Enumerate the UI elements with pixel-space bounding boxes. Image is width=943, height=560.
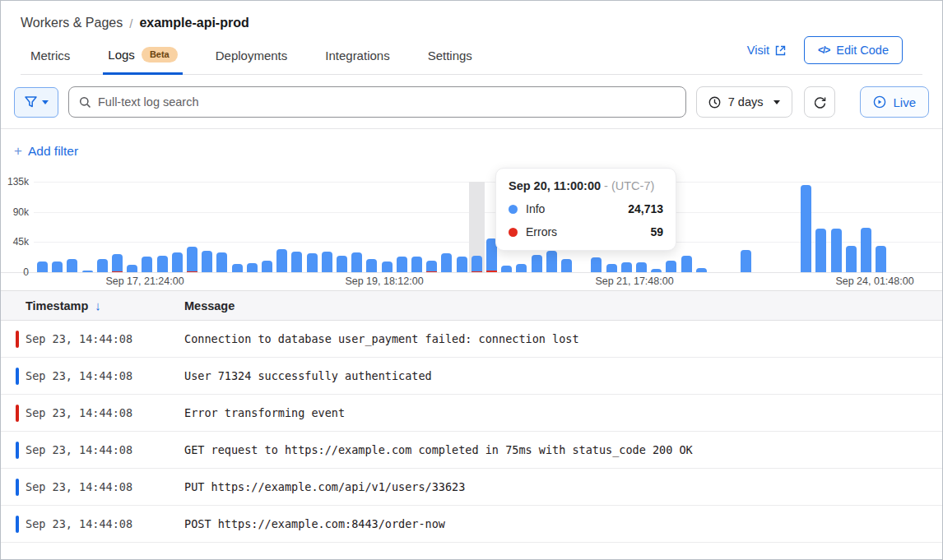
breadcrumb: Workers & Pages / example-api-prod <box>21 16 922 30</box>
tooltip-timezone: - (UTC-7) <box>604 179 654 192</box>
chart-bar[interactable] <box>172 252 183 272</box>
time-range-dropdown[interactable]: 7 days <box>696 86 793 118</box>
page-header: Workers & Pages / example-api-prod Metri… <box>1 1 942 75</box>
y-axis-tick: 135k <box>1 176 29 187</box>
chart-bar[interactable] <box>127 265 137 272</box>
tooltip-errors-value: 59 <box>650 225 663 238</box>
chart-bar[interactable] <box>621 262 632 272</box>
chart-bar[interactable] <box>546 251 557 272</box>
chart-bar[interactable] <box>232 264 243 272</box>
chart-bar[interactable] <box>532 255 542 272</box>
log-row[interactable]: Sep 23, 14:44:08 User 71324 successfully… <box>1 358 942 395</box>
severity-indicator-info <box>16 516 19 533</box>
chart-bar[interactable] <box>337 256 347 272</box>
log-table: Timestamp ↓ Message Sep 23, 14:44:08 Con… <box>1 290 942 543</box>
log-row[interactable]: Sep 23, 14:44:08 GET request to https://… <box>1 432 942 469</box>
breadcrumb-section[interactable]: Workers & Pages <box>21 16 123 30</box>
log-row[interactable]: Sep 23, 14:44:08 Error transforming even… <box>1 395 942 432</box>
chart-bar[interactable] <box>307 253 318 272</box>
clock-icon <box>708 96 721 109</box>
refresh-button[interactable] <box>804 86 835 118</box>
chart-bar[interactable] <box>262 261 272 273</box>
log-message: POST https://example.com:8443/order-now <box>184 517 445 530</box>
tab-logs[interactable]: Logs Beta <box>108 47 177 74</box>
visit-link[interactable]: Visit <box>747 44 786 57</box>
tooltip-row-errors: Errors 59 <box>509 225 663 238</box>
chart-bar[interactable] <box>876 246 886 272</box>
x-axis-tick: Sep 19, 18:12:00 <box>345 275 423 287</box>
severity-indicator-info <box>16 479 19 496</box>
chart-bar[interactable] <box>801 185 811 272</box>
chart-bar[interactable] <box>741 250 751 272</box>
time-range-label: 7 days <box>728 95 764 109</box>
chart-bar[interactable] <box>142 257 152 272</box>
chart-bar[interactable] <box>291 252 302 272</box>
chart-bar[interactable] <box>52 261 63 272</box>
tab-settings[interactable]: Settings <box>428 49 472 74</box>
tooltip-info-value: 24,713 <box>628 202 663 215</box>
live-button[interactable]: Live <box>860 86 929 118</box>
chart-bar[interactable] <box>516 264 527 273</box>
filter-dropdown-button[interactable] <box>14 87 58 118</box>
timestamp-column-header[interactable]: Timestamp ↓ <box>1 299 184 312</box>
tab-deployments[interactable]: Deployments <box>216 49 288 74</box>
chart-bar[interactable] <box>382 261 393 272</box>
chart-bar[interactable] <box>815 229 826 272</box>
chart-bar[interactable] <box>67 259 77 272</box>
chart-bar[interactable] <box>216 252 227 272</box>
chart-bar[interactable] <box>397 257 407 272</box>
tooltip-timestamp: Sep 20, 11:00:00 <box>509 179 601 192</box>
tab-integrations[interactable]: Integrations <box>325 49 389 74</box>
chart-bar[interactable] <box>322 252 332 272</box>
chart-bar[interactable] <box>831 229 842 272</box>
chart-bar[interactable] <box>351 252 362 272</box>
chart-bar[interactable] <box>666 261 676 272</box>
chart-bar[interactable] <box>411 257 422 272</box>
chart-bar[interactable] <box>157 256 168 272</box>
chart-bar[interactable] <box>202 251 212 272</box>
breadcrumb-separator: / <box>129 16 132 30</box>
chart-bar[interactable] <box>606 264 617 272</box>
log-search-box[interactable] <box>68 86 686 118</box>
search-input[interactable] <box>98 95 676 109</box>
chart-bar[interactable] <box>591 257 602 272</box>
log-row[interactable]: Sep 23, 14:44:08 Connection to database … <box>1 321 942 358</box>
tab-integrations-label: Integrations <box>325 49 389 62</box>
chart-bar[interactable] <box>187 247 197 272</box>
chart-bar[interactable] <box>861 228 871 272</box>
message-column-header: Message <box>184 299 235 312</box>
log-timestamp: Sep 23, 14:44:08 <box>1 480 184 493</box>
chart-bar[interactable] <box>276 249 287 273</box>
chart-bar[interactable] <box>457 257 467 272</box>
chart-bar[interactable] <box>112 254 123 272</box>
chart-bar[interactable] <box>97 259 108 272</box>
external-link-icon <box>775 45 786 56</box>
chart-bar[interactable] <box>561 259 572 272</box>
log-row[interactable]: Sep 23, 14:44:08 PUT https://example.com… <box>1 469 942 506</box>
sort-descending-icon[interactable]: ↓ <box>95 299 101 312</box>
log-row[interactable]: Sep 23, 14:44:08 POST https://example.co… <box>1 506 942 543</box>
log-timestamp: Sep 23, 14:44:08 <box>1 369 184 382</box>
chart-plot-area[interactable] <box>1 182 942 272</box>
chart-bar[interactable] <box>37 261 48 272</box>
x-axis-tick: Sep 21, 17:48:00 <box>595 275 673 287</box>
tab-metrics[interactable]: Metrics <box>30 49 70 74</box>
funnel-icon <box>25 96 37 108</box>
chart-bar[interactable] <box>472 256 482 272</box>
chart-bar[interactable] <box>441 253 452 272</box>
chart-baseline <box>1 272 942 273</box>
chevron-down-icon <box>42 100 49 104</box>
edit-code-label: Edit Code <box>836 44 889 57</box>
chart-bar[interactable] <box>846 246 857 272</box>
add-filter-button[interactable]: + Add filter <box>14 143 78 160</box>
chart-bar[interactable] <box>501 266 512 272</box>
chevron-down-icon <box>773 100 780 104</box>
chart-bar[interactable] <box>247 263 258 272</box>
chart-bar[interactable] <box>681 256 692 272</box>
chart-bar[interactable] <box>366 259 377 272</box>
log-message: Error transforming event <box>184 406 345 419</box>
edit-code-button[interactable]: </> Edit Code <box>804 36 903 64</box>
tooltip-title: Sep 20, 11:00:00 - (UTC-7) <box>509 179 663 192</box>
chart-bar[interactable] <box>636 262 647 272</box>
errors-dot-icon <box>509 228 518 237</box>
